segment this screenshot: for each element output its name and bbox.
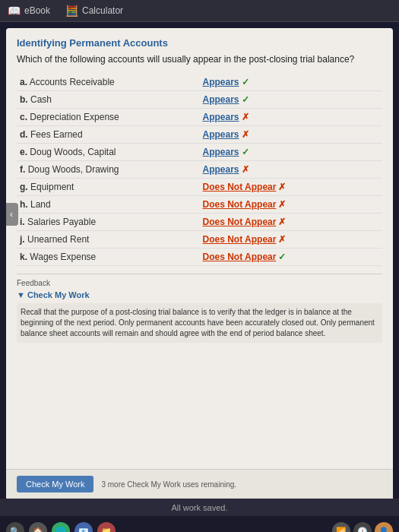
- account-answer[interactable]: Does Not Appear✗: [200, 230, 383, 248]
- account-label: c. Depreciation Expense: [17, 108, 200, 125]
- feedback-section: Feedback ▼ Check My Work Recall that the…: [17, 274, 382, 343]
- taskbar-finder-icon[interactable]: 🔍: [6, 522, 24, 532]
- table-row: j. Unearned RentDoes Not Appear✗: [17, 230, 382, 248]
- check-my-work-button[interactable]: Check My Work: [17, 476, 93, 492]
- account-label: g. Equipment: [17, 178, 200, 195]
- taskbar-user-icon[interactable]: 👤: [375, 522, 393, 532]
- account-label: h. Land: [17, 195, 200, 213]
- table-row: h. LandDoes Not Appear✗: [17, 195, 382, 213]
- account-answer[interactable]: Appears✓: [200, 143, 383, 160]
- table-row: a. Accounts ReceivableAppears✓: [17, 74, 382, 91]
- account-label: e. Doug Woods, Capital: [17, 143, 200, 160]
- table-row: d. Fees EarnedAppears✗: [17, 125, 382, 143]
- calculator-label: Calculator: [82, 5, 123, 16]
- feedback-label: Feedback: [17, 279, 382, 287]
- taskbar-app1-icon[interactable]: 🌐: [52, 522, 70, 532]
- feedback-text: Recall that the purpose of a post-closin…: [17, 303, 382, 343]
- account-answer[interactable]: Does Not Appear✗: [200, 213, 383, 230]
- main-content: ‹ Identifying Permanent Accounts Which o…: [6, 28, 393, 469]
- calculator-icon: 🧮: [65, 5, 78, 17]
- account-answer[interactable]: Does Not Appear✗: [200, 178, 383, 195]
- account-label: a. Accounts Receivable: [17, 74, 200, 91]
- ebook-icon: 📖: [8, 5, 21, 17]
- taskbar-left: 🔍 🏠 🌐 📧 📁: [6, 522, 116, 532]
- taskbar-app3-icon[interactable]: 📁: [97, 522, 116, 532]
- section-title: Identifying Permanent Accounts: [17, 37, 382, 49]
- table-row: e. Doug Woods, CapitalAppears✓: [17, 143, 382, 160]
- saved-text: All work saved.: [172, 503, 228, 512]
- account-answer[interactable]: Appears✓: [200, 74, 383, 91]
- taskbar-right: 📶 🕐 👤: [332, 522, 393, 532]
- top-bar: 📖 eBook 🧮 Calculator: [0, 0, 399, 22]
- calculator-tab[interactable]: 🧮 Calculator: [65, 5, 123, 17]
- account-label: b. Cash: [17, 90, 200, 108]
- taskbar-app2-icon[interactable]: 📧: [74, 522, 93, 532]
- question-text: Which of the following accounts will usu…: [17, 53, 382, 66]
- account-answer[interactable]: Does Not Appear✗: [200, 195, 383, 213]
- account-answer[interactable]: Appears✓: [200, 90, 383, 108]
- bottom-bar: Check My Work 3 more Check My Work uses …: [6, 469, 393, 499]
- taskbar-clock-icon[interactable]: 🕐: [353, 522, 372, 532]
- account-label: j. Unearned Rent: [17, 230, 200, 248]
- taskbar: 🔍 🏠 🌐 📧 📁 📶 🕐 👤: [0, 516, 399, 532]
- nav-back-arrow[interactable]: ‹: [6, 203, 18, 226]
- check-my-work-toggle[interactable]: ▼ Check My Work: [17, 290, 382, 299]
- table-row: c. Depreciation ExpenseAppears✗: [17, 108, 382, 125]
- account-label: i. Salaries Payable: [17, 213, 200, 230]
- account-answer[interactable]: Does Not Appear✓: [200, 248, 383, 265]
- table-row: g. EquipmentDoes Not Appear✗: [17, 178, 382, 195]
- ebook-label: eBook: [24, 5, 50, 16]
- answers-table: a. Accounts ReceivableAppears✓b. CashApp…: [17, 74, 382, 266]
- taskbar-wifi-icon[interactable]: 📶: [332, 522, 350, 532]
- table-row: f. Doug Woods, DrawingAppears✗: [17, 160, 382, 178]
- table-row: b. CashAppears✓: [17, 90, 382, 108]
- account-answer[interactable]: Appears✗: [200, 160, 383, 178]
- saved-bar: All work saved.: [0, 499, 399, 516]
- ebook-tab[interactable]: 📖 eBook: [8, 5, 50, 17]
- account-label: f. Doug Woods, Drawing: [17, 160, 200, 178]
- account-answer[interactable]: Appears✗: [200, 125, 383, 143]
- table-row: k. Wages ExpenseDoes Not Appear✓: [17, 248, 382, 265]
- account-answer[interactable]: Appears✗: [200, 108, 383, 125]
- taskbar-home-icon[interactable]: 🏠: [29, 522, 47, 532]
- account-label: d. Fees Earned: [17, 125, 200, 143]
- account-label: k. Wages Expense: [17, 248, 200, 265]
- table-row: i. Salaries PayableDoes Not Appear✗: [17, 213, 382, 230]
- uses-remaining-text: 3 more Check My Work uses remaining.: [101, 480, 236, 489]
